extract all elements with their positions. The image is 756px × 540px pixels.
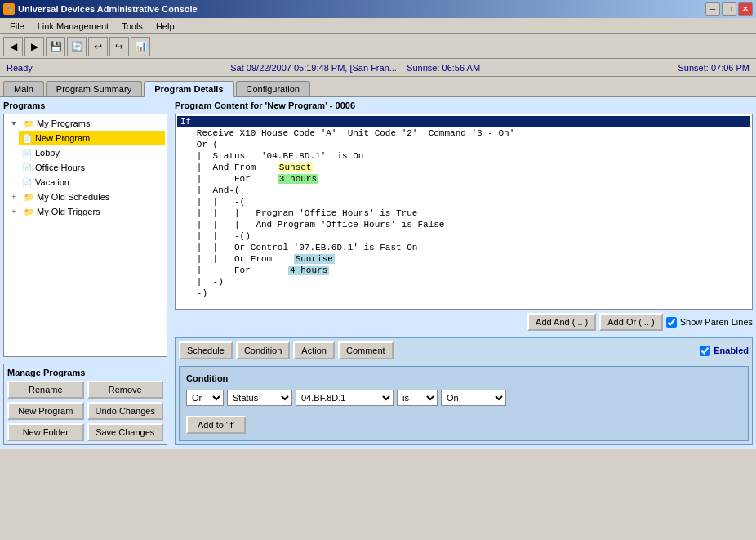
device-select[interactable]: 04.BF.8D.1 bbox=[296, 390, 394, 406]
toolbar-btn-7[interactable]: 📊 bbox=[131, 37, 150, 56]
toolbar: ◀ ▶ 💾 🔄 ↩ ↪ 📊 bbox=[0, 34, 756, 59]
tab-program-summary[interactable]: Program Summary bbox=[46, 81, 142, 96]
type-select[interactable]: Status Control Program From Time bbox=[227, 390, 292, 406]
toolbar-btn-2[interactable]: ▶ bbox=[24, 37, 44, 56]
folder-icon-trig: 📁 bbox=[22, 205, 35, 218]
tree-item-office-hours[interactable]: 📄 Office Hours bbox=[19, 160, 165, 175]
code-line-5: | For 3 hours bbox=[177, 173, 750, 185]
menu-help[interactable]: Help bbox=[149, 20, 181, 33]
logic-select[interactable]: Or If And bbox=[186, 390, 224, 406]
expand-icon: ▼ bbox=[7, 117, 20, 130]
tree-item-old-schedules[interactable]: + 📁 My Old Schedules bbox=[6, 190, 165, 204]
menu-bar: File Link Management Tools Help bbox=[0, 18, 756, 34]
tree-item-vacation[interactable]: 📄 Vacation bbox=[19, 175, 165, 190]
tree-label-old-schedules: My Old Schedules bbox=[37, 192, 109, 202]
show-paren-row: Show Paren Lines bbox=[666, 317, 753, 328]
add-buttons-row: Schedule Condition Action Comment Enable… bbox=[179, 341, 749, 359]
comment-button[interactable]: Comment bbox=[338, 341, 394, 359]
right-panel: Program Content for 'New Program' - 0006… bbox=[171, 97, 756, 449]
code-line-3: | Status '04.BF.8D.1' is On bbox=[177, 150, 750, 162]
schedule-button[interactable]: Schedule bbox=[179, 341, 233, 359]
enabled-row: Enabled bbox=[700, 346, 749, 356]
program-tree: ▼ 📁 My Programs 📄 New Program 📄 Lobby 📄 … bbox=[3, 114, 167, 357]
toolbar-btn-4[interactable]: 🔄 bbox=[67, 37, 87, 56]
minimize-button[interactable]: ─ bbox=[705, 2, 720, 16]
toolbar-btn-5[interactable]: ↩ bbox=[88, 37, 108, 56]
tree-label-lobby: Lobby bbox=[35, 148, 60, 158]
action-button[interactable]: Action bbox=[293, 341, 335, 359]
tree-label-vacation: Vacation bbox=[35, 177, 69, 187]
folder-icon-sched: 📁 bbox=[22, 190, 35, 203]
save-changes-button[interactable]: Save Changes bbox=[87, 423, 164, 441]
expand-icon-trig: + bbox=[7, 205, 20, 218]
add-or-button[interactable]: Add Or ( .. ) bbox=[599, 313, 662, 331]
add-if-row: Add to 'If' bbox=[186, 406, 741, 434]
code-line-8: | | | Program 'Office Hours' is True bbox=[177, 208, 750, 219]
panel-title: Program Content for 'New Program' - 0006 bbox=[175, 100, 753, 110]
new-program-button[interactable]: New Program bbox=[7, 402, 84, 420]
tab-bar: Main Program Summary Program Details Con… bbox=[0, 77, 756, 97]
toolbar-btn-6[interactable]: ↪ bbox=[109, 37, 129, 56]
app-title: Universal Devices Administrative Console bbox=[18, 4, 198, 14]
show-paren-checkbox[interactable] bbox=[666, 317, 677, 328]
close-button[interactable]: ✕ bbox=[738, 2, 753, 16]
maximize-button[interactable]: □ bbox=[722, 2, 736, 16]
tree-item-old-triggers[interactable]: + 📁 My Old Triggers bbox=[6, 204, 165, 219]
content-area: Programs ▼ 📁 My Programs 📄 New Program 📄… bbox=[0, 97, 756, 449]
sidebar: Programs ▼ 📁 My Programs 📄 New Program 📄… bbox=[0, 97, 171, 449]
program-icon-new: 📄 bbox=[20, 132, 33, 145]
operator-select[interactable]: is is not bbox=[397, 390, 438, 406]
tree-item-my-programs[interactable]: ▼ 📁 My Programs bbox=[6, 116, 165, 131]
menu-link-management[interactable]: Link Management bbox=[31, 20, 115, 33]
tab-configuration[interactable]: Configuration bbox=[236, 81, 310, 96]
program-icon-lobby: 📄 bbox=[20, 146, 33, 159]
add-if-button[interactable]: Add to 'If' bbox=[186, 416, 246, 434]
manage-programs-section: Manage Programs Rename Remove New Progra… bbox=[3, 364, 167, 445]
condition-row: Or If And Status Control Program From Ti… bbox=[186, 390, 741, 406]
tree-label-new-program: New Program bbox=[35, 133, 90, 143]
folder-icon: 📁 bbox=[22, 117, 35, 130]
enabled-checkbox[interactable] bbox=[700, 346, 710, 356]
tree-label-my-programs: My Programs bbox=[37, 118, 90, 128]
show-paren-label: Show Paren Lines bbox=[680, 317, 753, 327]
menu-file[interactable]: File bbox=[3, 20, 31, 33]
menu-tools[interactable]: Tools bbox=[115, 20, 149, 33]
manage-buttons-grid: Rename Remove New Program Undo Changes N… bbox=[7, 381, 163, 441]
toolbar-btn-1[interactable]: ◀ bbox=[3, 37, 23, 56]
program-icon-vacation: 📄 bbox=[20, 176, 33, 189]
code-buttons-row: Add And ( .. ) Add Or ( .. ) Show Paren … bbox=[175, 310, 753, 334]
tree-label-old-triggers: My Old Triggers bbox=[37, 207, 100, 216]
code-line-14: | -) bbox=[177, 276, 750, 288]
status-datetime: Sat 09/22/2007 05:19:48 PM, [San Fran...… bbox=[230, 63, 480, 73]
enabled-label: Enabled bbox=[714, 346, 749, 355]
add-buttons-left: Schedule Condition Action Comment bbox=[179, 341, 394, 359]
remove-button[interactable]: Remove bbox=[87, 381, 164, 399]
code-line-11: | | Or Control '07.EB.6D.1' is Fast On bbox=[177, 242, 750, 253]
value-select[interactable]: On Off Fast On Fast Off bbox=[441, 390, 506, 406]
tree-item-lobby[interactable]: 📄 Lobby bbox=[19, 145, 165, 160]
code-line-4: | And From Sunset bbox=[177, 162, 750, 173]
undo-changes-button[interactable]: Undo Changes bbox=[87, 402, 164, 420]
tree-label-office-hours: Office Hours bbox=[35, 163, 85, 172]
toolbar-btn-3[interactable]: 💾 bbox=[46, 37, 65, 56]
title-bar: 🔧 Universal Devices Administrative Conso… bbox=[0, 0, 756, 18]
tree-item-new-program[interactable]: 📄 New Program bbox=[19, 131, 165, 145]
code-line-9: | | | And Program 'Office Hours' is Fals… bbox=[177, 219, 750, 230]
status-text: Ready bbox=[7, 63, 33, 73]
condition-button[interactable]: Condition bbox=[236, 341, 290, 359]
add-and-button[interactable]: Add And ( .. ) bbox=[527, 313, 596, 331]
code-line-1: Receive X10 House Code 'A' Unit Code '2'… bbox=[177, 127, 750, 139]
program-icon-office: 📄 bbox=[20, 161, 33, 174]
code-display[interactable]: If Receive X10 House Code 'A' Unit Code … bbox=[175, 114, 753, 310]
new-folder-button[interactable]: New Folder bbox=[7, 423, 84, 441]
code-line-12: | | Or From Sunrise bbox=[177, 253, 750, 265]
manage-programs-title: Manage Programs bbox=[7, 368, 163, 377]
rename-button[interactable]: Rename bbox=[7, 381, 84, 399]
expand-icon-sched: + bbox=[7, 190, 20, 203]
status-sunset: Sunset: 07:06 PM bbox=[678, 63, 749, 73]
tab-program-details[interactable]: Program Details bbox=[144, 81, 233, 97]
code-line-15: -) bbox=[177, 288, 750, 299]
programs-label: Programs bbox=[3, 100, 167, 110]
tab-main[interactable]: Main bbox=[3, 81, 44, 96]
code-line-if: If bbox=[177, 116, 750, 127]
